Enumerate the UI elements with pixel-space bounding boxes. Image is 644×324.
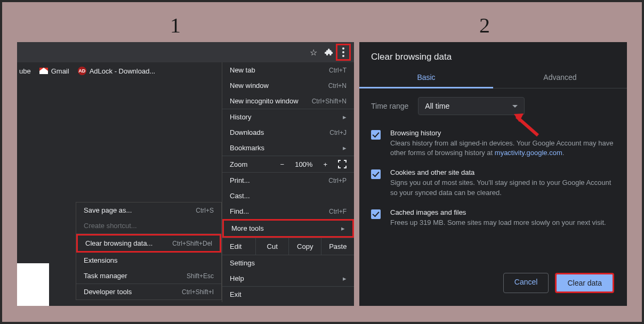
checkbox-browsing-history[interactable]: Browsing history Clears history from all… [359, 124, 627, 163]
menu-zoom: Zoom − 100% + [222, 156, 354, 172]
menu-cast[interactable]: Cast... [222, 188, 354, 204]
tab-basic[interactable]: Basic [359, 68, 493, 88]
clear-data-button[interactable]: Clear data [555, 273, 614, 293]
chevron-right-icon: ▸ [343, 274, 347, 282]
checkbox-icon[interactable] [371, 130, 381, 140]
menu-new-tab[interactable]: New tabCtrl+T [222, 62, 354, 78]
menu-new-incognito[interactable]: New incognito windowCtrl+Shift+N [222, 93, 354, 109]
submenu-task-manager[interactable]: Task managerShift+Esc [76, 268, 221, 284]
clear-browsing-data-dialog: Clear browsing data Basic Advanced Time … [359, 42, 627, 306]
zoom-in-button[interactable]: + [320, 160, 331, 168]
adlock-icon: AD [78, 67, 86, 75]
fullscreen-icon[interactable] [338, 160, 347, 168]
chrome-main-menu: New tabCtrl+T New windowCtrl+N New incog… [222, 62, 354, 302]
browser-toolbar: ☆ [17, 42, 354, 62]
menu-bookmarks[interactable]: Bookmarks▸ [222, 140, 354, 156]
step-label-2: 2 [479, 13, 490, 38]
menu-more-tools[interactable]: More tools▸ [222, 219, 354, 238]
menu-edit-label: Edit [222, 238, 255, 255]
vertical-dots-icon [342, 47, 344, 57]
checkbox-icon[interactable] [371, 169, 381, 179]
chevron-right-icon: ▸ [341, 224, 345, 232]
more-tools-submenu: Save page as...Ctrl+S Create shortcut...… [76, 202, 222, 300]
extensions-puzzle-icon[interactable] [321, 45, 336, 60]
dropdown-caret-icon [512, 105, 518, 108]
bookmark-item-youtube[interactable]: ube [19, 67, 31, 75]
menu-help[interactable]: Help▸ [222, 271, 354, 286]
zoom-out-button[interactable]: − [277, 160, 288, 168]
tab-advanced[interactable]: Advanced [493, 68, 627, 88]
checkbox-cookies[interactable]: Cookies and other site data Signs you ou… [359, 163, 627, 203]
menu-paste[interactable]: Paste [321, 238, 354, 255]
annotation-arrow [514, 111, 541, 138]
google-logo-fragment: gle [17, 201, 54, 254]
time-range-label: Time range [371, 102, 408, 110]
bookmark-star-icon[interactable]: ☆ [306, 45, 321, 60]
checkbox-icon[interactable] [371, 209, 381, 219]
white-block [17, 263, 49, 306]
menu-downloads[interactable]: DownloadsCtrl+J [222, 125, 354, 140]
menu-history[interactable]: History▸ [222, 109, 354, 125]
checkbox-cache[interactable]: Cached images and files Frees up 319 MB.… [359, 203, 627, 233]
menu-exit[interactable]: Exit [222, 287, 354, 302]
gmail-icon [39, 68, 48, 74]
menu-print[interactable]: Print...Ctrl+P [222, 173, 354, 188]
menu-edit-group: Edit Cut Copy Paste [222, 238, 354, 255]
tutorial-frame: 1 2 ☆ ube Gmail AD AdLock - [2, 2, 642, 322]
submenu-extensions[interactable]: Extensions [76, 253, 221, 268]
dialog-title: Clear browsing data [359, 42, 627, 68]
chrome-window: ☆ ube Gmail AD AdLock - Download... [17, 42, 354, 306]
menu-cut[interactable]: Cut [255, 238, 288, 255]
bookmark-item-gmail[interactable]: Gmail [39, 67, 69, 75]
bookmark-item-adlock[interactable]: AD AdLock - Download... [78, 67, 156, 75]
step-label-1: 1 [170, 13, 181, 38]
menu-find[interactable]: Find...Ctrl+F [222, 204, 354, 219]
chevron-right-icon: ▸ [343, 144, 347, 152]
menu-settings[interactable]: Settings [222, 255, 354, 271]
cancel-button[interactable]: Cancel [503, 273, 549, 293]
submenu-save-page[interactable]: Save page as...Ctrl+S [76, 203, 221, 218]
dialog-tabs: Basic Advanced [359, 68, 627, 88]
time-range-select[interactable]: All time [418, 97, 525, 115]
myactivity-link[interactable]: myactivity.google.com [495, 149, 562, 157]
zoom-value: 100% [295, 160, 312, 168]
overflow-menu-button[interactable] [336, 45, 351, 60]
menu-copy[interactable]: Copy [288, 238, 321, 255]
submenu-developer-tools[interactable]: Developer toolsCtrl+Shift+I [76, 284, 221, 299]
submenu-create-shortcut[interactable]: Create shortcut... [76, 218, 221, 233]
chevron-right-icon: ▸ [343, 113, 347, 121]
menu-new-window[interactable]: New windowCtrl+N [222, 78, 354, 93]
submenu-clear-browsing-data[interactable]: Clear browsing data...Ctrl+Shift+Del [76, 234, 221, 253]
